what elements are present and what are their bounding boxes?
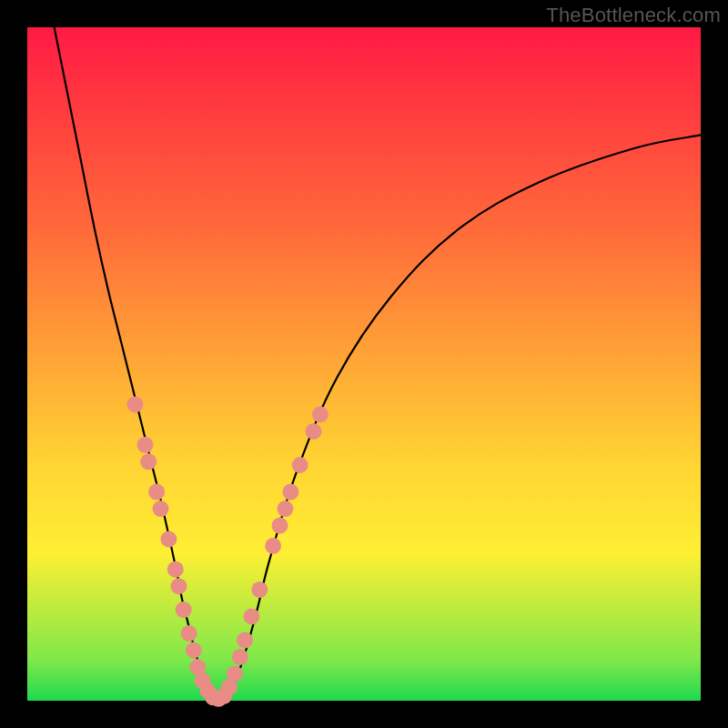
- marker-right-cluster-12: [306, 423, 322, 440]
- marker-left-cluster-4: [148, 484, 165, 500]
- marker-left-cluster-11: [186, 642, 202, 659]
- marker-right-cluster-8: [272, 518, 288, 534]
- marker-left-cluster-3: [140, 453, 157, 470]
- bottleneck-v-curve: [55, 27, 701, 703]
- marker-left-cluster-6: [160, 531, 177, 547]
- marker-left-cluster-1: [126, 396, 143, 412]
- marker-right-cluster-5: [243, 609, 259, 625]
- marker-left-cluster-7: [167, 561, 184, 578]
- watermark-text: TheBottleneck.com: [546, 4, 721, 27]
- marker-right-cluster-9: [277, 500, 293, 517]
- marker-right-cluster-11: [292, 457, 308, 473]
- marker-right-cluster-2: [227, 665, 243, 682]
- marker-left-cluster-5: [153, 500, 169, 517]
- marker-left-cluster-8: [171, 578, 187, 594]
- marker-right-cluster-13: [312, 407, 329, 423]
- marker-left-cluster-9: [176, 602, 192, 618]
- marker-right-cluster-7: [265, 538, 281, 554]
- plot-area: [27, 27, 701, 701]
- marker-left-cluster-2: [137, 437, 154, 453]
- marker-right-cluster-10: [282, 484, 298, 500]
- chart-svg: [27, 27, 701, 701]
- chart-frame: TheBottleneck.com: [0, 0, 728, 728]
- marker-right-cluster-4: [237, 632, 253, 648]
- marker-left-cluster-10: [181, 625, 197, 642]
- marker-right-cluster-3: [232, 649, 248, 665]
- marker-layer: [126, 396, 329, 706]
- marker-right-cluster-6: [251, 581, 268, 598]
